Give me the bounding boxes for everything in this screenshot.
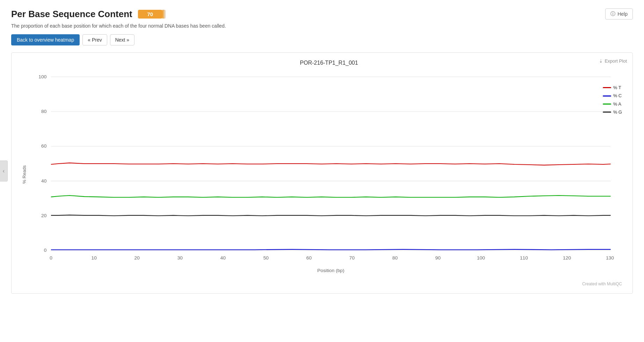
svg-text:100: 100 bbox=[477, 255, 485, 261]
svg-text:50: 50 bbox=[263, 255, 269, 261]
help-icon: ⓘ bbox=[610, 11, 615, 17]
sidebar-toggle-button[interactable]: ‹ bbox=[0, 161, 8, 181]
title-area: Per Base Sequence Content 70 bbox=[11, 9, 162, 20]
svg-text:0: 0 bbox=[50, 255, 52, 261]
svg-text:Position (bp): Position (bp) bbox=[317, 268, 344, 273]
chart-title: POR-216-TP1_R1_001 bbox=[32, 60, 625, 66]
svg-text:120: 120 bbox=[563, 255, 571, 261]
legend-label-g: % G bbox=[613, 108, 622, 116]
page-title: Per Base Sequence Content bbox=[11, 9, 132, 20]
svg-text:60: 60 bbox=[41, 144, 47, 149]
svg-text:20: 20 bbox=[41, 213, 47, 218]
subtitle: The proportion of each base position for… bbox=[11, 23, 633, 29]
svg-text:10: 10 bbox=[92, 255, 97, 261]
legend-item-a: % A bbox=[603, 100, 622, 108]
chart-area: % Reads 100 80 60 bbox=[32, 70, 625, 279]
legend-line-g bbox=[603, 112, 611, 113]
legend-label-t: % T bbox=[613, 84, 621, 92]
header-row: Per Base Sequence Content 70 ⓘ Help bbox=[11, 8, 633, 20]
legend-label-c: % C bbox=[613, 92, 622, 100]
svg-text:30: 30 bbox=[177, 255, 183, 261]
t-line bbox=[51, 163, 610, 165]
svg-text:60: 60 bbox=[306, 255, 312, 261]
svg-text:20: 20 bbox=[134, 255, 140, 261]
back-to-overview-button[interactable]: Back to overview heatmap bbox=[11, 34, 80, 45]
y-axis-label: % Reads bbox=[22, 165, 27, 184]
legend-line-t bbox=[603, 87, 611, 88]
svg-text:100: 100 bbox=[38, 74, 46, 79]
page-container: Per Base Sequence Content 70 ⓘ Help The … bbox=[0, 0, 644, 342]
nav-buttons: Back to overview heatmap « Prev Next » bbox=[11, 34, 633, 45]
prev-button[interactable]: « Prev bbox=[82, 34, 107, 45]
chart-svg: 100 80 60 40 20 0 0 10 20 30 40 50 60 70 bbox=[32, 70, 625, 279]
score-badge: 70 bbox=[138, 10, 162, 19]
export-plot-button[interactable]: ⇣ Export Plot bbox=[599, 58, 627, 64]
svg-text:0: 0 bbox=[44, 248, 47, 253]
svg-text:80: 80 bbox=[392, 255, 398, 261]
created-by-label: Created with MultiQC bbox=[32, 282, 625, 286]
svg-text:80: 80 bbox=[41, 109, 47, 114]
c-line bbox=[51, 249, 610, 250]
svg-text:40: 40 bbox=[41, 178, 47, 184]
help-label: Help bbox=[617, 11, 628, 17]
chart-inner: 100 80 60 40 20 0 0 10 20 30 40 50 60 70 bbox=[32, 70, 625, 279]
legend-item-g: % G bbox=[603, 108, 622, 116]
legend-line-c bbox=[603, 95, 611, 97]
svg-text:130: 130 bbox=[606, 255, 614, 261]
next-button[interactable]: Next » bbox=[110, 34, 134, 45]
legend-item-t: % T bbox=[603, 84, 622, 92]
legend-label-a: % A bbox=[613, 100, 621, 108]
a-line bbox=[51, 195, 610, 197]
legend-item-c: % C bbox=[603, 92, 622, 100]
svg-text:70: 70 bbox=[349, 255, 355, 261]
legend-line-a bbox=[603, 104, 611, 105]
export-icon: ⇣ bbox=[599, 58, 603, 64]
chart-legend: % T % C % A % G bbox=[603, 84, 622, 116]
sidebar-toggle-icon: ‹ bbox=[3, 168, 5, 174]
svg-text:110: 110 bbox=[520, 255, 528, 261]
chart-container: POR-216-TP1_R1_001 ⇣ Export Plot % Reads bbox=[11, 52, 633, 294]
export-label: Export Plot bbox=[605, 58, 627, 64]
svg-text:40: 40 bbox=[220, 255, 226, 261]
help-button[interactable]: ⓘ Help bbox=[605, 8, 633, 20]
g-line bbox=[51, 215, 610, 216]
svg-text:90: 90 bbox=[435, 255, 441, 261]
